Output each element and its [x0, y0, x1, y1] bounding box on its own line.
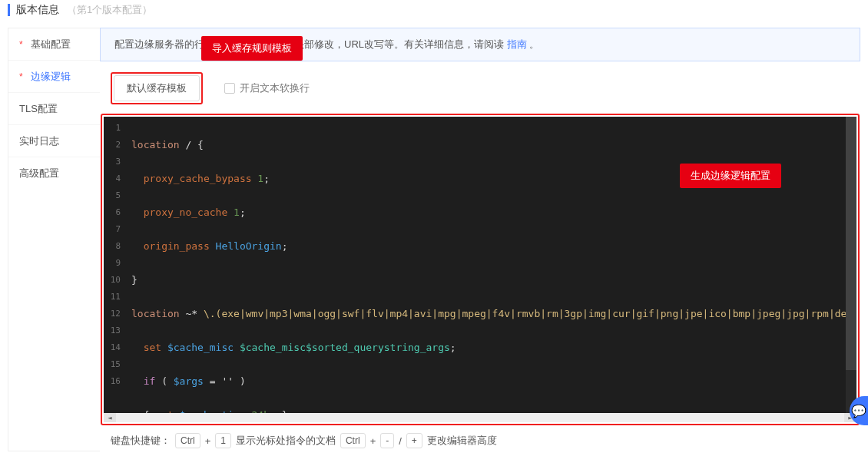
sidebar: *基础配置 *边缘逻辑 TLS配置 实时日志 高级配置 — [8, 28, 100, 451]
notice-text: 配置边缘服务器的行为，例如缓存策略、头部修改，URL改写等。有关详细信息，请阅读 — [114, 38, 507, 50]
sidebar-item-realtime-logs[interactable]: 实时日志 — [8, 125, 100, 157]
sidebar-item-advanced[interactable]: 高级配置 — [8, 157, 100, 190]
scrollbar-thumb[interactable] — [846, 117, 856, 370]
key-ctrl: Ctrl — [175, 433, 200, 448]
notice-text-after: 。 — [527, 38, 540, 50]
footer-desc2: 更改编辑器高度 — [427, 434, 497, 448]
header-accent-bar — [8, 4, 10, 16]
page-header: 版本信息 （第1个版本配置） — [0, 0, 868, 28]
editor-toolbar: 默认缓存模板 开启文本软换行 导入缓存规则模板 — [100, 61, 860, 114]
soft-wrap-checkbox[interactable]: 开启文本软换行 — [224, 81, 310, 95]
default-cache-template-button[interactable]: 默认缓存模板 — [114, 75, 200, 101]
key-plus: + — [406, 433, 422, 448]
callout-generate-logic: 生成边缘逻辑配置 — [680, 164, 781, 188]
checkbox-label: 开启文本软换行 — [240, 81, 310, 95]
editor-code[interactable]: location / { proxy_cache_bypass 1; proxy… — [125, 117, 856, 413]
keyboard-shortcut-hint: 键盘快捷键： Ctrl + 1 显示光标处指令的文档 Ctrl + - / + … — [100, 425, 860, 451]
sidebar-item-label: 高级配置 — [19, 167, 59, 180]
footer-label: 键盘快捷键： — [111, 434, 171, 448]
sidebar-item-tls[interactable]: TLS配置 — [8, 93, 100, 125]
editor-gutter: 12345678910111213141516 — [104, 117, 125, 413]
sidebar-item-label: 基础配置 — [31, 38, 71, 51]
horizontal-scrollbar[interactable]: ◄ ► — [104, 413, 856, 422]
sidebar-item-label: 边缘逻辑 — [31, 70, 71, 84]
scrollbar-track[interactable] — [116, 413, 844, 422]
sidebar-item-label: 实时日志 — [19, 134, 59, 148]
sidebar-item-basic[interactable]: *基础配置 — [8, 28, 100, 61]
sidebar-item-label: TLS配置 — [19, 102, 58, 116]
callout-import-template: 导入缓存规则模板 — [201, 36, 303, 61]
key-minus: - — [380, 433, 394, 448]
checkbox-icon — [224, 83, 235, 94]
required-star-icon: * — [19, 71, 23, 82]
vertical-scrollbar[interactable] — [846, 117, 856, 413]
scroll-left-arrow-icon[interactable]: ◄ — [104, 413, 116, 422]
key-ctrl: Ctrl — [340, 433, 366, 448]
editor-highlight-frame: 12345678910111213141516 location / { pro… — [101, 114, 860, 425]
required-star-icon: * — [19, 39, 23, 50]
guide-link[interactable]: 指南 — [507, 38, 527, 50]
sidebar-item-edge-logic[interactable]: *边缘逻辑 — [8, 61, 100, 93]
page-title: 版本信息 — [16, 3, 59, 17]
footer-desc1: 显示光标处指令的文档 — [236, 434, 336, 448]
code-editor[interactable]: 12345678910111213141516 location / { pro… — [104, 117, 856, 422]
default-template-highlight: 默认缓存模板 — [111, 72, 203, 104]
page-subtitle: （第1个版本配置） — [67, 3, 152, 17]
chat-icon: 💬 — [851, 404, 866, 418]
key-1: 1 — [215, 433, 231, 448]
